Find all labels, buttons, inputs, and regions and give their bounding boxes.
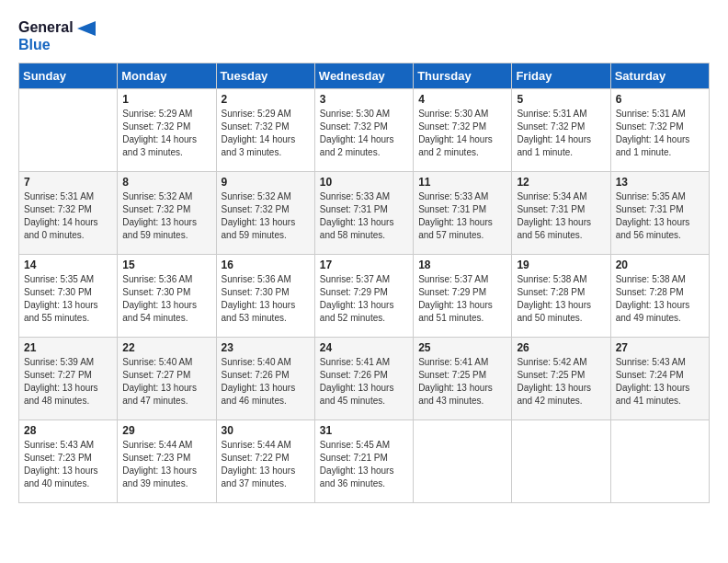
day-number: 8 [122, 176, 210, 189]
calendar-cell: 2Sunrise: 5:29 AM Sunset: 7:32 PM Daylig… [216, 89, 314, 172]
day-number: 1 [122, 93, 210, 106]
calendar-week-row: 1Sunrise: 5:29 AM Sunset: 7:32 PM Daylig… [19, 89, 710, 172]
calendar-body: 1Sunrise: 5:29 AM Sunset: 7:32 PM Daylig… [19, 89, 710, 503]
calendar-cell: 28Sunrise: 5:43 AM Sunset: 7:23 PM Dayli… [19, 420, 118, 503]
calendar-cell: 3Sunrise: 5:30 AM Sunset: 7:32 PM Daylig… [314, 89, 413, 172]
calendar-cell: 8Sunrise: 5:32 AM Sunset: 7:32 PM Daylig… [118, 172, 216, 255]
calendar-cell: 23Sunrise: 5:40 AM Sunset: 7:26 PM Dayli… [216, 338, 314, 420]
day-info: Sunrise: 5:31 AM Sunset: 7:32 PM Dayligh… [517, 108, 605, 159]
day-number: 24 [320, 341, 408, 354]
calendar-cell: 11Sunrise: 5:33 AM Sunset: 7:31 PM Dayli… [414, 172, 512, 255]
calendar-cell: 25Sunrise: 5:41 AM Sunset: 7:25 PM Dayli… [414, 338, 512, 420]
calendar-cell: 6Sunrise: 5:31 AM Sunset: 7:32 PM Daylig… [610, 89, 709, 172]
weekday-header: Thursday [414, 63, 512, 89]
day-info: Sunrise: 5:44 AM Sunset: 7:22 PM Dayligh… [222, 439, 310, 490]
calendar-cell: 27Sunrise: 5:43 AM Sunset: 7:24 PM Dayli… [610, 338, 709, 420]
calendar-cell: 26Sunrise: 5:42 AM Sunset: 7:25 PM Dayli… [512, 338, 610, 420]
calendar-cell: 20Sunrise: 5:38 AM Sunset: 7:28 PM Dayli… [610, 255, 709, 338]
day-info: Sunrise: 5:35 AM Sunset: 7:31 PM Dayligh… [616, 190, 704, 242]
day-number: 29 [122, 424, 210, 437]
calendar-cell: 12Sunrise: 5:34 AM Sunset: 7:31 PM Dayli… [512, 172, 610, 255]
calendar-table: SundayMondayTuesdayWednesdayThursdayFrid… [18, 63, 710, 503]
calendar-cell [19, 89, 118, 172]
calendar-cell: 22Sunrise: 5:40 AM Sunset: 7:27 PM Dayli… [118, 338, 216, 420]
day-number: 27 [616, 341, 704, 354]
day-number: 9 [222, 176, 310, 189]
weekday-header: Tuesday [216, 63, 314, 89]
day-number: 12 [517, 176, 605, 189]
day-number: 15 [122, 259, 210, 271]
calendar-cell: 9Sunrise: 5:32 AM Sunset: 7:32 PM Daylig… [216, 172, 314, 255]
page-header: General Blue [18, 18, 710, 53]
calendar-cell [512, 420, 610, 503]
calendar-cell: 7Sunrise: 5:31 AM Sunset: 7:32 PM Daylig… [19, 172, 118, 255]
calendar-header-row: SundayMondayTuesdayWednesdayThursdayFrid… [19, 63, 710, 89]
day-info: Sunrise: 5:30 AM Sunset: 7:32 PM Dayligh… [418, 108, 506, 159]
day-number: 25 [418, 341, 506, 354]
day-info: Sunrise: 5:41 AM Sunset: 7:26 PM Dayligh… [320, 356, 408, 408]
day-info: Sunrise: 5:29 AM Sunset: 7:32 PM Dayligh… [222, 108, 310, 159]
day-number: 30 [222, 424, 310, 437]
calendar-cell: 13Sunrise: 5:35 AM Sunset: 7:31 PM Dayli… [610, 172, 709, 255]
day-number: 10 [320, 176, 408, 189]
day-number: 11 [418, 176, 506, 189]
day-number: 20 [616, 259, 704, 271]
day-info: Sunrise: 5:31 AM Sunset: 7:32 PM Dayligh… [24, 190, 112, 242]
calendar-cell: 16Sunrise: 5:36 AM Sunset: 7:30 PM Dayli… [216, 255, 314, 338]
calendar-cell: 17Sunrise: 5:37 AM Sunset: 7:29 PM Dayli… [314, 255, 413, 338]
day-number: 13 [616, 176, 704, 189]
calendar-week-row: 7Sunrise: 5:31 AM Sunset: 7:32 PM Daylig… [19, 172, 710, 255]
day-number: 18 [418, 259, 506, 271]
calendar-week-row: 21Sunrise: 5:39 AM Sunset: 7:27 PM Dayli… [19, 338, 710, 420]
day-info: Sunrise: 5:36 AM Sunset: 7:30 PM Dayligh… [222, 273, 310, 325]
day-info: Sunrise: 5:36 AM Sunset: 7:30 PM Dayligh… [122, 273, 210, 325]
day-number: 5 [517, 93, 605, 106]
day-info: Sunrise: 5:41 AM Sunset: 7:25 PM Dayligh… [418, 356, 506, 408]
calendar-cell: 1Sunrise: 5:29 AM Sunset: 7:32 PM Daylig… [118, 89, 216, 172]
calendar-cell: 15Sunrise: 5:36 AM Sunset: 7:30 PM Dayli… [118, 255, 216, 338]
weekday-header: Wednesday [314, 63, 413, 89]
day-info: Sunrise: 5:42 AM Sunset: 7:25 PM Dayligh… [517, 356, 605, 408]
day-info: Sunrise: 5:39 AM Sunset: 7:27 PM Dayligh… [24, 356, 112, 408]
day-number: 3 [320, 93, 408, 106]
day-number: 14 [24, 259, 112, 271]
day-info: Sunrise: 5:32 AM Sunset: 7:32 PM Dayligh… [222, 190, 310, 242]
day-info: Sunrise: 5:38 AM Sunset: 7:28 PM Dayligh… [616, 273, 704, 325]
day-info: Sunrise: 5:31 AM Sunset: 7:32 PM Dayligh… [616, 108, 704, 159]
day-number: 31 [320, 424, 408, 437]
day-number: 21 [24, 341, 112, 354]
day-info: Sunrise: 5:40 AM Sunset: 7:26 PM Dayligh… [222, 356, 310, 408]
calendar-cell: 31Sunrise: 5:45 AM Sunset: 7:21 PM Dayli… [314, 420, 413, 503]
logo-text: General Blue [18, 18, 96, 53]
weekday-header: Saturday [610, 63, 709, 89]
day-info: Sunrise: 5:35 AM Sunset: 7:30 PM Dayligh… [24, 273, 112, 325]
logo-bird-icon [77, 21, 96, 36]
svg-marker-0 [77, 21, 96, 36]
day-info: Sunrise: 5:29 AM Sunset: 7:32 PM Dayligh… [122, 108, 210, 159]
day-info: Sunrise: 5:33 AM Sunset: 7:31 PM Dayligh… [418, 190, 506, 242]
calendar-cell: 14Sunrise: 5:35 AM Sunset: 7:30 PM Dayli… [19, 255, 118, 338]
calendar-cell: 29Sunrise: 5:44 AM Sunset: 7:23 PM Dayli… [118, 420, 216, 503]
day-info: Sunrise: 5:43 AM Sunset: 7:23 PM Dayligh… [24, 439, 112, 490]
calendar-cell [414, 420, 512, 503]
day-info: Sunrise: 5:40 AM Sunset: 7:27 PM Dayligh… [122, 356, 210, 408]
day-info: Sunrise: 5:37 AM Sunset: 7:29 PM Dayligh… [418, 273, 506, 325]
day-info: Sunrise: 5:38 AM Sunset: 7:28 PM Dayligh… [517, 273, 605, 325]
day-number: 19 [517, 259, 605, 271]
day-number: 7 [24, 176, 112, 189]
day-info: Sunrise: 5:44 AM Sunset: 7:23 PM Dayligh… [122, 439, 210, 490]
calendar-cell: 19Sunrise: 5:38 AM Sunset: 7:28 PM Dayli… [512, 255, 610, 338]
calendar-cell: 30Sunrise: 5:44 AM Sunset: 7:22 PM Dayli… [216, 420, 314, 503]
day-number: 16 [222, 259, 310, 271]
day-info: Sunrise: 5:45 AM Sunset: 7:21 PM Dayligh… [320, 439, 408, 490]
calendar-cell: 10Sunrise: 5:33 AM Sunset: 7:31 PM Dayli… [314, 172, 413, 255]
day-info: Sunrise: 5:32 AM Sunset: 7:32 PM Dayligh… [122, 190, 210, 242]
calendar-cell: 21Sunrise: 5:39 AM Sunset: 7:27 PM Dayli… [19, 338, 118, 420]
day-number: 2 [222, 93, 310, 106]
calendar-cell: 4Sunrise: 5:30 AM Sunset: 7:32 PM Daylig… [414, 89, 512, 172]
day-number: 4 [418, 93, 506, 106]
day-info: Sunrise: 5:34 AM Sunset: 7:31 PM Dayligh… [517, 190, 605, 242]
day-info: Sunrise: 5:33 AM Sunset: 7:31 PM Dayligh… [320, 190, 408, 242]
weekday-header: Friday [512, 63, 610, 89]
day-info: Sunrise: 5:37 AM Sunset: 7:29 PM Dayligh… [320, 273, 408, 325]
